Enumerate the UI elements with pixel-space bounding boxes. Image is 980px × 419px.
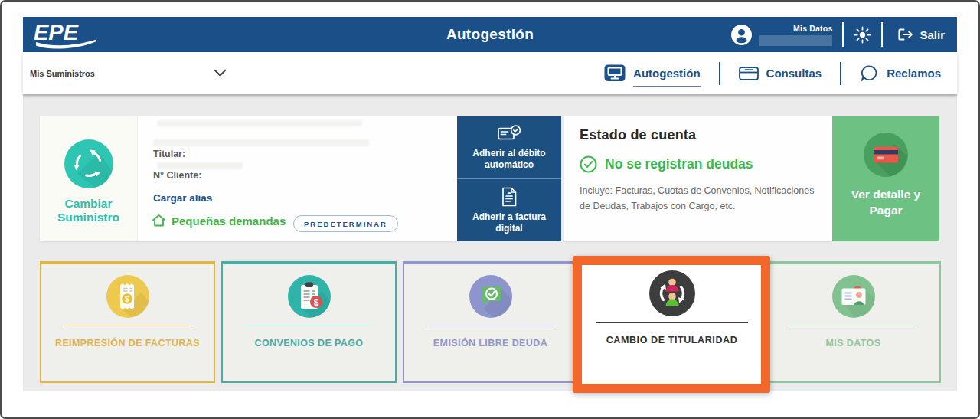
card-divider bbox=[426, 326, 555, 326]
digital-invoice-icon bbox=[500, 187, 518, 207]
tab-label: Reclamos bbox=[887, 67, 941, 80]
shortcut-emision-libre-deuda[interactable]: EMISIÓN LIBRE DEUDA bbox=[403, 261, 578, 383]
chevron-down-icon bbox=[214, 69, 227, 77]
nro-cliente-label: N° Cliente: bbox=[153, 170, 201, 181]
includes-note: Incluye: Facturas, Cuotas de Convenios, … bbox=[580, 183, 820, 214]
shortcut-label: REIMPRESIÓN DE FACTURAS bbox=[55, 338, 200, 349]
house-icon bbox=[152, 214, 166, 228]
sub-nav: Mis Suministros Autogestión bbox=[23, 52, 957, 94]
tab-label: Consultas bbox=[766, 67, 822, 80]
mis-datos-label[interactable]: Mis Datos bbox=[793, 24, 832, 33]
epe-autogestion-app: EPE Autogestión Mis Datos bbox=[0, 0, 980, 419]
mis-suministros-dropdown[interactable]: Mis Suministros bbox=[27, 52, 230, 94]
adherir-factura-label: Adherir a factura digital bbox=[467, 211, 551, 234]
card-divider bbox=[789, 326, 918, 326]
logout-icon bbox=[897, 27, 913, 42]
predeterminar-button[interactable]: PREDETERMINAR bbox=[293, 215, 398, 232]
ver-detalle-pagar-button[interactable]: Ver detalle y Pagar bbox=[832, 116, 939, 241]
supply-card: Cambiar Suministro Titular: N° Cliente: … bbox=[40, 116, 457, 241]
pay-button-label: Ver detalle y Pagar bbox=[843, 186, 929, 218]
shortcut-label: MIS DATOS bbox=[826, 338, 881, 349]
card-divider bbox=[596, 322, 748, 323]
inbox-icon bbox=[739, 65, 759, 82]
shortcut-label: EMISIÓN LIBRE DEUDA bbox=[433, 338, 547, 349]
debt-free-check-icon bbox=[469, 275, 512, 318]
invoice-receipt-icon: $ bbox=[106, 275, 149, 318]
estado-title: Estado de cuenta bbox=[580, 127, 832, 143]
redacted-holder-name bbox=[157, 162, 243, 169]
check-circle-icon bbox=[580, 155, 597, 173]
tab-reclamos[interactable]: Reclamos bbox=[855, 64, 946, 83]
mis-suministros-label: Mis Suministros bbox=[30, 69, 95, 78]
main-content: Cambiar Suministro Titular: N° Cliente: … bbox=[23, 94, 957, 391]
redacted-address-line bbox=[157, 120, 362, 126]
adherir-factura-button[interactable]: Adherir a factura digital bbox=[457, 179, 561, 241]
shortcut-convenios-de-pago[interactable]: $ CONVENIOS DE PAGO bbox=[221, 261, 397, 383]
adherir-debito-label: Adherir al débito automático bbox=[467, 148, 551, 171]
cargar-alias-link[interactable]: Cargar alias bbox=[153, 192, 212, 204]
debt-status-row: No se registran deudas bbox=[580, 155, 832, 173]
tab-label: Autogestión bbox=[633, 67, 701, 80]
payment-agreement-icon: $ bbox=[288, 275, 331, 318]
logout-button[interactable]: Salir bbox=[893, 26, 949, 43]
tab-consultas[interactable]: Consultas bbox=[734, 64, 827, 83]
estado-de-cuenta-card: Estado de cuenta No se registran deudas … bbox=[564, 116, 832, 241]
titular-label: Titular: bbox=[153, 149, 185, 159]
user-avatar-icon[interactable] bbox=[731, 25, 752, 45]
cambiar-suministro-label: Cambiar Suministro bbox=[51, 197, 127, 224]
tariff-row: Pequeñas demandas bbox=[152, 214, 286, 228]
svg-text:$: $ bbox=[125, 294, 129, 303]
card-divider bbox=[245, 326, 374, 326]
card-shield-check-icon bbox=[498, 125, 521, 143]
logout-label: Salir bbox=[920, 28, 945, 41]
shortcut-reimpresion-facturas[interactable]: $ REIMPRESIÓN DE FACTURAS bbox=[40, 261, 215, 383]
svg-text:$: $ bbox=[313, 297, 318, 308]
mis-datos-button[interactable]: Mis Datos bbox=[759, 24, 832, 46]
shortcut-mis-datos[interactable]: MIS DATOS bbox=[766, 261, 941, 383]
adhesion-column: Adherir al débito automático Adherir a f… bbox=[457, 116, 561, 241]
ownership-swap-icon bbox=[649, 270, 695, 316]
chat-bubble-icon bbox=[860, 64, 879, 83]
tab-divider bbox=[840, 62, 841, 85]
header-right-cluster: Mis Datos Salir bbox=[731, 17, 949, 52]
change-supply-icon bbox=[64, 139, 113, 188]
nav-tabs: Autogestión Consultas Reclamos bbox=[599, 52, 946, 94]
credit-card-icon bbox=[864, 133, 908, 177]
shortcut-label: CONVENIOS DE PAGO bbox=[254, 338, 363, 349]
shortcut-label: CAMBIO DE TITULARIDAD bbox=[606, 335, 738, 345]
shortcut-cambio-de-titularidad[interactable]: CAMBIO DE TITULARIDAD bbox=[584, 261, 760, 383]
redacted-username bbox=[759, 35, 832, 46]
header-divider bbox=[842, 22, 844, 47]
top-header: EPE Autogestión Mis Datos bbox=[23, 17, 957, 52]
tab-divider bbox=[719, 62, 720, 85]
theme-sun-icon[interactable] bbox=[854, 26, 871, 44]
tariff-label: Pequeñas demandas bbox=[172, 214, 286, 228]
cambiar-suministro-button[interactable]: Cambiar Suministro bbox=[40, 116, 138, 241]
tab-autogestion[interactable]: Autogestión bbox=[599, 64, 705, 83]
redacted-address-line bbox=[153, 139, 369, 146]
header-divider bbox=[881, 22, 883, 47]
id-card-icon bbox=[832, 275, 875, 318]
monitor-icon bbox=[604, 64, 626, 83]
adherir-debito-button[interactable]: Adherir al débito automático bbox=[457, 116, 561, 179]
debt-status-label: No se registran deudas bbox=[605, 156, 753, 172]
card-divider bbox=[64, 326, 192, 326]
